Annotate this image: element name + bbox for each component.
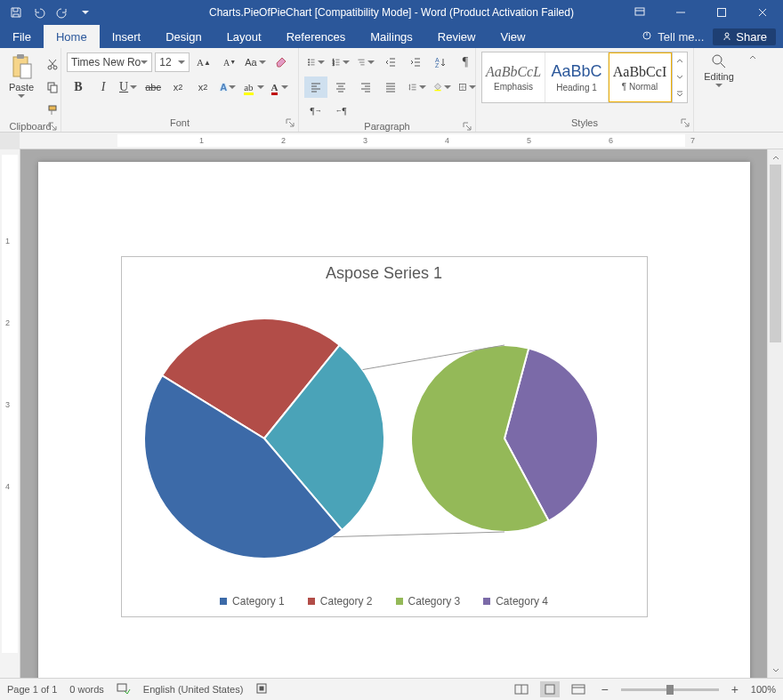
chart-object[interactable]: Aspose Series 1 Category 1Category 2Cate… — [121, 256, 648, 617]
zoom-level[interactable]: 100% — [751, 684, 776, 695]
zoom-slider[interactable] — [621, 688, 719, 691]
clear-formatting-icon[interactable] — [270, 52, 293, 73]
tab-file[interactable]: File — [0, 25, 44, 48]
style-name-label: Emphasis — [494, 82, 533, 92]
scrollbar-thumb[interactable] — [770, 165, 781, 342]
style-name-label: Heading 1 — [556, 83, 597, 93]
read-mode-icon[interactable] — [512, 681, 531, 697]
decrease-indent-icon[interactable] — [379, 52, 402, 73]
tab-home[interactable]: Home — [44, 25, 100, 48]
justify-icon[interactable] — [379, 76, 402, 98]
svg-rect-29 — [545, 685, 554, 694]
align-right-icon[interactable] — [354, 76, 377, 98]
multilevel-list-icon[interactable] — [354, 52, 377, 73]
redo-icon[interactable] — [52, 2, 73, 23]
chart-legend: Category 1Category 2Category 3Category 4 — [122, 595, 647, 607]
sort-icon[interactable]: AZ — [429, 52, 452, 73]
align-center-icon[interactable] — [329, 76, 352, 98]
status-bar: Page 1 of 1 0 words English (United Stat… — [0, 678, 783, 700]
gallery-up-icon[interactable] — [673, 52, 687, 69]
style-normal[interactable]: AaBbCcI ¶ Normal — [609, 52, 672, 102]
title-bar: Charts.PieOfPieChart [Compatibility Mode… — [0, 0, 783, 25]
tell-me-search[interactable]: Tell me... — [642, 30, 704, 44]
maximize-icon[interactable] — [701, 0, 742, 25]
style-emphasis[interactable]: AaBbCcL Emphasis — [482, 52, 545, 102]
ribbon-options-icon[interactable] — [619, 0, 660, 25]
window-controls — [619, 0, 783, 25]
zoom-out-icon[interactable]: − — [597, 682, 611, 696]
font-size-combo[interactable]: 12 — [155, 52, 190, 72]
document-area[interactable]: Aspose Series 1 Category 1Category 2Cate… — [20, 149, 767, 678]
numbering-icon[interactable]: 123 — [329, 52, 352, 73]
tab-insert[interactable]: Insert — [100, 25, 154, 48]
language-indicator[interactable]: English (United States) — [143, 684, 244, 695]
subscript-button[interactable]: x2 — [166, 76, 190, 98]
close-icon[interactable] — [742, 0, 783, 25]
styles-gallery-more[interactable] — [672, 52, 687, 102]
italic-button[interactable]: I — [92, 76, 115, 98]
tab-view[interactable]: View — [488, 25, 537, 48]
strikethrough-button[interactable]: abc — [141, 76, 165, 98]
bold-button[interactable]: B — [67, 76, 90, 98]
clipboard-dialog-launcher-icon[interactable] — [48, 122, 57, 131]
save-icon[interactable] — [5, 2, 27, 23]
gallery-down-icon[interactable] — [673, 69, 687, 86]
zoom-in-icon[interactable]: + — [728, 682, 742, 696]
print-layout-icon[interactable] — [540, 681, 560, 697]
tab-references[interactable]: References — [274, 25, 358, 48]
scroll-up-icon[interactable] — [768, 149, 783, 165]
qat-customize-icon[interactable] — [75, 2, 96, 23]
font-name-combo[interactable]: Times New Ro — [67, 52, 152, 72]
word-count[interactable]: 0 words — [69, 684, 104, 695]
style-heading-1[interactable]: AaBbC Heading 1 — [545, 52, 609, 102]
grow-font-icon[interactable]: A▲ — [192, 52, 215, 73]
collapse-ribbon-icon[interactable] — [744, 48, 762, 132]
ribbon-tabs: File Home Insert Design Layout Reference… — [0, 25, 783, 48]
paragraph-group-label: Paragraph — [364, 121, 409, 132]
share-button[interactable]: Share — [713, 28, 776, 45]
rtl-direction-icon[interactable]: ←¶ — [329, 100, 352, 121]
highlight-color-icon[interactable]: ab — [241, 76, 266, 98]
styles-group-label: Styles — [571, 117, 598, 128]
align-left-icon[interactable] — [304, 76, 327, 98]
gallery-expand-icon[interactable] — [673, 85, 687, 102]
macro-icon[interactable] — [255, 682, 268, 696]
increase-indent-icon[interactable] — [404, 52, 427, 73]
superscript-button[interactable]: x2 — [191, 76, 214, 98]
tab-design[interactable]: Design — [153, 25, 214, 48]
tab-review[interactable]: Review — [425, 25, 488, 48]
ltr-direction-icon[interactable]: ¶→ — [304, 100, 327, 121]
shading-icon[interactable] — [431, 76, 454, 98]
font-dialog-launcher-icon[interactable] — [286, 118, 295, 127]
vertical-ruler[interactable]: 1234 — [0, 149, 20, 678]
styles-dialog-launcher-icon[interactable] — [681, 118, 690, 127]
svg-rect-20 — [434, 90, 440, 91]
scroll-down-icon[interactable] — [768, 663, 783, 678]
style-preview: AaBbC — [551, 62, 601, 81]
change-case-icon[interactable]: Aa — [244, 52, 267, 73]
bullets-icon[interactable] — [304, 52, 327, 73]
font-color-icon[interactable]: A — [269, 76, 292, 98]
shrink-font-icon[interactable]: A▼ — [218, 52, 241, 73]
svg-point-14 — [308, 64, 309, 65]
paragraph-dialog-launcher-icon[interactable] — [463, 122, 472, 131]
styles-gallery[interactable]: AaBbCcL Emphasis AaBbC Heading 1 AaBbCcI… — [481, 52, 688, 103]
editing-menu[interactable]: Editing — [700, 52, 738, 89]
text-effects-icon[interactable]: A — [216, 76, 239, 98]
horizontal-ruler[interactable]: 1234567 — [20, 133, 783, 149]
underline-button[interactable]: U — [117, 76, 140, 98]
undo-icon[interactable] — [28, 2, 50, 23]
web-layout-icon[interactable] — [569, 681, 588, 697]
vertical-scrollbar[interactable] — [767, 149, 783, 678]
paste-button[interactable]: Paste — [5, 52, 37, 100]
minimize-icon[interactable] — [660, 0, 701, 25]
page-indicator[interactable]: Page 1 of 1 — [7, 684, 57, 695]
show-hide-icon[interactable]: ¶ — [454, 52, 477, 73]
spellcheck-icon[interactable] — [117, 682, 131, 696]
tab-layout[interactable]: Layout — [214, 25, 274, 48]
svg-point-22 — [713, 55, 722, 64]
tab-mailings[interactable]: Mailings — [358, 25, 425, 48]
line-spacing-icon[interactable] — [406, 76, 429, 98]
group-paragraph: 123 AZ ¶ ¶→ ←¶ Paragraph — [299, 48, 476, 132]
legend-label: Category 4 — [496, 595, 548, 607]
